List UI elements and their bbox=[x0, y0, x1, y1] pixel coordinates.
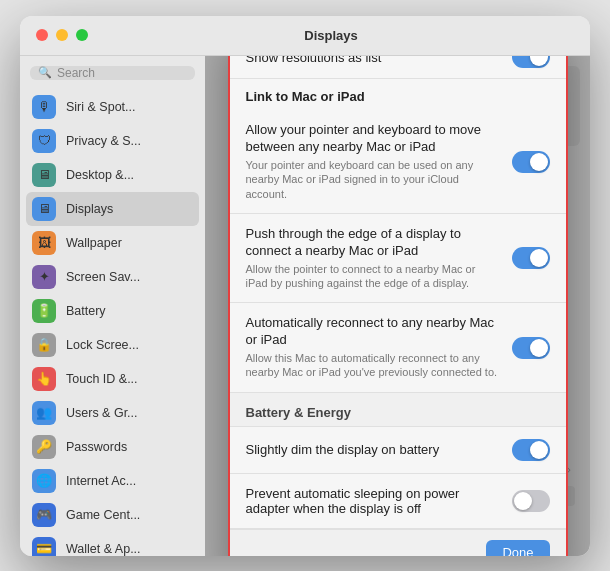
auto-reconnect-main: Automatically reconnect to any nearby Ma… bbox=[246, 315, 500, 349]
auto-reconnect-desc: Automatically reconnect to any nearby Ma… bbox=[246, 315, 512, 379]
lockscreen-icon: 🔒 bbox=[32, 333, 56, 357]
show-resolutions-toggle[interactable] bbox=[512, 56, 550, 69]
sidebar: 🔍 Search 🎙 Siri & Spot... 🛡 Privacy & S.… bbox=[20, 56, 205, 556]
modal-footer: Done bbox=[230, 529, 566, 556]
prevent-sleep-label: Prevent automatic sleeping on power adap… bbox=[246, 486, 512, 516]
allow-pointer-toggle[interactable] bbox=[512, 151, 550, 173]
show-resolutions-label: Show resolutions as list bbox=[246, 56, 512, 65]
search-bar[interactable]: 🔍 Search bbox=[30, 66, 195, 80]
sidebar-item-wallet[interactable]: 💳 Wallet & Ap... bbox=[20, 532, 205, 556]
screensaver-icon: ✦ bbox=[32, 265, 56, 289]
sidebar-item-desktop[interactable]: 🖥 Desktop &... bbox=[20, 158, 205, 192]
desktop-icon: 🖥 bbox=[32, 163, 56, 187]
allow-pointer-sub: Your pointer and keyboard can be used on… bbox=[246, 158, 500, 201]
link-section-header: Link to Mac or iPad bbox=[230, 79, 566, 110]
sidebar-item-battery[interactable]: 🔋 Battery bbox=[20, 294, 205, 328]
allow-pointer-main: Allow your pointer and keyboard to move … bbox=[246, 122, 500, 156]
sidebar-item-wallpaper[interactable]: 🖼 Wallpaper bbox=[20, 226, 205, 260]
close-button[interactable] bbox=[36, 29, 48, 41]
window-title: Displays bbox=[88, 28, 574, 43]
search-placeholder: Search bbox=[57, 66, 95, 80]
prevent-sleep-toggle[interactable] bbox=[512, 490, 550, 512]
push-edge-desc: Push through the edge of a display to co… bbox=[246, 226, 512, 290]
allow-pointer-desc: Allow your pointer and keyboard to move … bbox=[246, 122, 512, 201]
dim-battery-label: Slightly dim the display on battery bbox=[246, 442, 512, 457]
sidebar-item-users[interactable]: 👥 Users & Gr... bbox=[20, 396, 205, 430]
modal-dialog: Show resolutions as list Link to Mac or … bbox=[228, 56, 568, 556]
touchid-icon: 👆 bbox=[32, 367, 56, 391]
window-body: 🔍 Search 🎙 Siri & Spot... 🛡 Privacy & S.… bbox=[20, 56, 590, 556]
battery-section-header: Battery & Energy bbox=[230, 393, 566, 427]
gamecenter-icon: 🎮 bbox=[32, 503, 56, 527]
users-icon: 👥 bbox=[32, 401, 56, 425]
push-edge-toggle[interactable] bbox=[512, 247, 550, 269]
sidebar-item-lockscreen[interactable]: 🔒 Lock Scree... bbox=[20, 328, 205, 362]
dim-battery-row: Slightly dim the display on battery bbox=[230, 427, 566, 474]
prevent-sleep-row: Prevent automatic sleeping on power adap… bbox=[230, 474, 566, 529]
sidebar-item-touchid[interactable]: 👆 Touch ID &... bbox=[20, 362, 205, 396]
wallpaper-icon: 🖼 bbox=[32, 231, 56, 255]
show-resolutions-row: Show resolutions as list bbox=[230, 56, 566, 80]
push-edge-main: Push through the edge of a display to co… bbox=[246, 226, 500, 260]
main-content: Main display ◇ + ▾ Using a scaled resolu… bbox=[205, 56, 590, 556]
auto-reconnect-toggle[interactable] bbox=[512, 337, 550, 359]
sidebar-item-displays[interactable]: 🖥 Displays bbox=[26, 192, 199, 226]
sidebar-item-passwords[interactable]: 🔑 Passwords bbox=[20, 430, 205, 464]
privacy-icon: 🛡 bbox=[32, 129, 56, 153]
main-window: Displays 🔍 Search 🎙 Siri & Spot... 🛡 Pri… bbox=[20, 16, 590, 556]
push-edge-sub: Allow the pointer to connect to a nearby… bbox=[246, 262, 500, 291]
auto-reconnect-sub: Allow this Mac to automatically reconnec… bbox=[246, 351, 500, 380]
minimize-button[interactable] bbox=[56, 29, 68, 41]
sidebar-item-privacy[interactable]: 🛡 Privacy & S... bbox=[20, 124, 205, 158]
auto-reconnect-row: Automatically reconnect to any nearby Ma… bbox=[230, 303, 566, 392]
dim-battery-toggle[interactable] bbox=[512, 439, 550, 461]
battery-icon: 🔋 bbox=[32, 299, 56, 323]
siri-icon: 🎙 bbox=[32, 95, 56, 119]
passwords-icon: 🔑 bbox=[32, 435, 56, 459]
wallet-icon: 💳 bbox=[32, 537, 56, 556]
modal-overlay: Show resolutions as list Link to Mac or … bbox=[205, 56, 590, 556]
allow-pointer-row: Allow your pointer and keyboard to move … bbox=[230, 110, 566, 214]
title-bar: Displays bbox=[20, 16, 590, 56]
sidebar-item-gamecenter[interactable]: 🎮 Game Cent... bbox=[20, 498, 205, 532]
search-icon: 🔍 bbox=[38, 66, 52, 79]
sidebar-item-screensaver[interactable]: ✦ Screen Sav... bbox=[20, 260, 205, 294]
sidebar-item-internet[interactable]: 🌐 Internet Ac... bbox=[20, 464, 205, 498]
sidebar-item-siri[interactable]: 🎙 Siri & Spot... bbox=[20, 90, 205, 124]
done-button[interactable]: Done bbox=[486, 540, 549, 556]
displays-icon: 🖥 bbox=[32, 197, 56, 221]
maximize-button[interactable] bbox=[76, 29, 88, 41]
internet-icon: 🌐 bbox=[32, 469, 56, 493]
traffic-lights bbox=[36, 29, 88, 41]
push-edge-row: Push through the edge of a display to co… bbox=[230, 214, 566, 303]
